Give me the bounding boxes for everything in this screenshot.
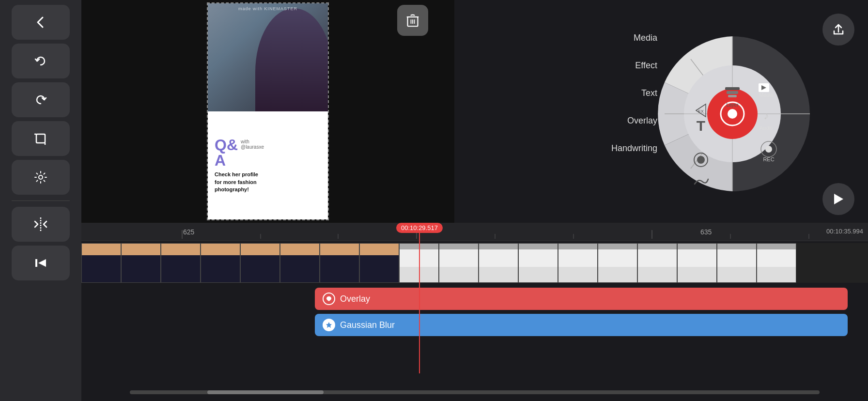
video-frame-text [717, 243, 757, 283]
radial-menu-svg: Media Layer ♪ Audio REC FX T [650, 10, 815, 218]
video-frame [161, 243, 201, 283]
video-frame [320, 243, 359, 283]
text-icon: T [697, 118, 705, 134]
video-frame [359, 243, 399, 283]
layer-icon-3 [728, 95, 737, 97]
redo-button[interactable] [12, 82, 70, 117]
effect-track-label: Gaussian Blur [340, 320, 395, 330]
playhead: 00:10:29.517 [396, 223, 443, 373]
layer-label: Layer [726, 102, 739, 108]
video-frame-text [518, 243, 558, 283]
video-track[interactable] [81, 243, 868, 283]
svg-text:REC: REC [763, 156, 774, 162]
video-frame [240, 243, 280, 283]
video-frame [121, 243, 161, 283]
sidebar-divider [12, 200, 70, 201]
timeline-end-time: 00:10:35.994 [826, 228, 863, 235]
preview-top-half: made with KINEMASTER [208, 3, 328, 111]
headline: Check her profilefor more fashionphotogr… [215, 171, 321, 193]
layer-icon-1 [725, 87, 740, 90]
play-icon [833, 193, 844, 205]
delete-button[interactable] [397, 5, 428, 36]
qa-text: Q&A [215, 137, 238, 168]
radial-menu: Media Effect Text Overlay Handwriting [606, 10, 810, 218]
preview-bottom-half: Q&A with @laurasxe Check her profilefor … [208, 111, 328, 219]
video-frame-text [757, 243, 796, 283]
video-frame [201, 243, 240, 283]
settings-button[interactable] [12, 160, 70, 195]
video-frame-text [637, 243, 677, 283]
timeline-area: 625 635 00:10:35.994 00:10:29.517 [81, 223, 868, 401]
timeline-ruler: 625 635 00:10:35.994 [81, 223, 868, 241]
trash-icon [406, 14, 419, 27]
svg-point-24 [765, 146, 772, 153]
video-frame-text [439, 243, 479, 283]
preview-phone: made with KINEMASTER Q&A with @laurasxe … [207, 2, 329, 220]
playhead-time: 00:10:29.517 [396, 223, 443, 233]
audio-icon: ♪ [764, 109, 769, 122]
layer-icon-2 [727, 91, 738, 94]
overlay-track[interactable]: Overlay [315, 288, 848, 310]
overlay-dot [697, 156, 705, 164]
ruler-ticks [81, 223, 868, 239]
share-icon [832, 23, 845, 36]
share-button[interactable] [822, 14, 854, 46]
sidebar [0, 0, 81, 401]
svg-rect-5 [35, 259, 37, 267]
timeline-scrollbar[interactable] [130, 390, 820, 394]
play-button[interactable] [822, 183, 854, 215]
svg-marker-12 [834, 194, 843, 204]
overlay-track-icon [323, 293, 335, 305]
record-dot [728, 109, 737, 119]
video-frame-text [479, 243, 518, 283]
back-button[interactable] [12, 5, 70, 40]
with-label: with [241, 139, 264, 144]
overlay-track-label: Overlay [340, 294, 370, 304]
username: @laurasxe [241, 144, 264, 150]
audio-label: Audio [760, 125, 773, 131]
crop-button[interactable] [12, 121, 70, 156]
fx-text: FX [698, 109, 704, 114]
video-frame-text [598, 243, 637, 283]
watermark: made with KINEMASTER [238, 6, 297, 11]
svg-marker-6 [38, 259, 46, 267]
svg-rect-0 [36, 134, 45, 143]
effect-track[interactable]: Gaussian Blur [315, 314, 848, 336]
effect-track-icon [323, 319, 335, 331]
rewind-button[interactable] [12, 246, 70, 280]
video-frame [280, 243, 320, 283]
scrollbar-thumb[interactable] [207, 390, 324, 394]
ruler-label-635: 635 [700, 228, 712, 236]
video-frame-text [677, 243, 717, 283]
svg-point-3 [39, 175, 43, 179]
video-frame-text [558, 243, 598, 283]
media-label: Media [759, 92, 774, 98]
video-frame [81, 243, 121, 283]
playhead-line [419, 233, 420, 373]
split-button[interactable] [12, 207, 70, 242]
undo-button[interactable] [12, 44, 70, 78]
svg-marker-35 [326, 322, 332, 328]
